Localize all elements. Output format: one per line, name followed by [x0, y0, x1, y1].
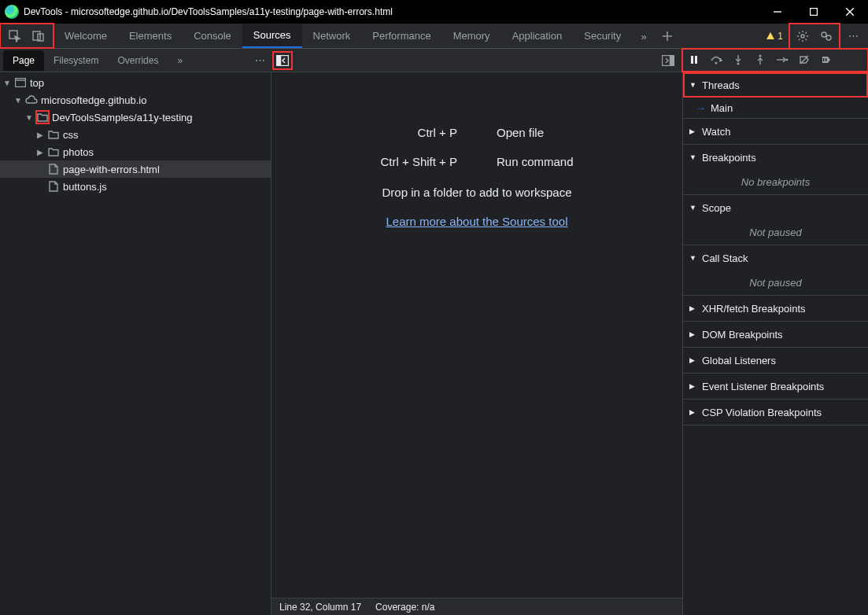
feedback-icon[interactable] — [816, 26, 837, 46]
tree-folder-css[interactable]: ▶ css — [0, 126, 271, 143]
svg-rect-26 — [823, 58, 825, 61]
svg-rect-1 — [811, 9, 818, 16]
editor-statusbar: Line 32, Column 17 Coverage: n/a — [271, 598, 682, 615]
debugger-panel: ▼Threads →Main ▶Watch ▼Breakpoints No br… — [682, 72, 868, 615]
section-callstack[interactable]: ▼Call Stack — [683, 245, 868, 271]
step-out-icon[interactable] — [753, 53, 767, 67]
folder-icon — [47, 128, 60, 141]
svg-point-9 — [801, 35, 804, 38]
toggle-debugger-button[interactable] — [659, 52, 678, 69]
tree-folder-a11y-label: DevToolsSamples/a11y-testing — [52, 112, 192, 123]
tab-elements[interactable]: Elements — [118, 24, 183, 48]
subtab-filesystem[interactable]: Filesystem — [44, 50, 108, 71]
pause-icon[interactable] — [687, 53, 701, 67]
svg-rect-5 — [33, 31, 40, 40]
tree-top[interactable]: ▼ top — [0, 74, 271, 91]
callstack-not-paused: Not paused — [683, 271, 868, 295]
section-dom-breakpoints[interactable]: ▶DOM Breakpoints — [683, 322, 868, 347]
tab-console[interactable]: Console — [183, 24, 242, 48]
svg-point-11 — [826, 35, 831, 40]
svg-rect-16 — [691, 56, 693, 64]
navigator-panel: ▼ top ▼ microsoftedge.github.io ▼ DevToo… — [0, 72, 271, 615]
minimize-button[interactable] — [759, 0, 796, 24]
add-tab-icon[interactable] — [657, 26, 678, 46]
pause-on-exceptions-icon[interactable] — [819, 53, 833, 67]
step-icon[interactable] — [775, 53, 789, 67]
section-global-listeners[interactable]: ▶Global Listeners — [683, 348, 868, 373]
section-csp-label: CSP Violation Breakpoints — [702, 407, 822, 418]
step-over-icon[interactable] — [709, 53, 723, 67]
more-options-icon[interactable]: ⋯ — [843, 26, 863, 46]
subtab-page[interactable]: Page — [3, 50, 44, 71]
tab-security[interactable]: Security — [573, 24, 632, 48]
scope-not-paused: Not paused — [683, 220, 868, 245]
section-dom-label: DOM Breakpoints — [702, 329, 783, 341]
svg-rect-17 — [695, 56, 697, 64]
tab-network[interactable]: Network — [302, 24, 362, 48]
window-title: DevTools - microsoftedge.github.io/DevTo… — [24, 6, 759, 17]
tree-folder-photos[interactable]: ▶ photos — [0, 143, 271, 160]
svg-point-18 — [715, 62, 718, 64]
tab-welcome[interactable]: Welcome — [54, 24, 118, 48]
cloud-icon — [25, 94, 38, 106]
shortcut-run-command-keys: Ctrl + Shift + P — [380, 155, 457, 168]
window-icon — [14, 76, 27, 89]
warning-count: 1 — [778, 31, 783, 42]
deactivate-breakpoints-icon[interactable] — [797, 53, 811, 67]
subbar-more-icon[interactable]: ⋯ — [255, 54, 265, 66]
section-xhr-label: XHR/fetch Breakpoints — [702, 303, 806, 315]
file-icon — [47, 180, 60, 193]
svg-rect-13 — [277, 55, 281, 65]
close-window-button[interactable] — [832, 0, 868, 24]
tab-sources[interactable]: Sources — [242, 24, 302, 48]
section-scope-label: Scope — [702, 202, 731, 214]
thread-main[interactable]: →Main — [683, 98, 868, 118]
main-area: ▼ top ▼ microsoftedge.github.io ▼ DevToo… — [0, 72, 868, 615]
tree-folder-photos-label: photos — [63, 146, 94, 158]
shortcut-run-command-label: Run command — [497, 155, 574, 168]
tree-file2-label: buttons.js — [63, 181, 107, 193]
tree-folder-css-label: css — [63, 129, 79, 141]
section-watch[interactable]: ▶Watch — [683, 119, 868, 144]
device-toolbar-icon[interactable] — [28, 26, 49, 46]
thread-main-label: Main — [711, 102, 733, 114]
section-scope[interactable]: ▼Scope — [683, 195, 868, 220]
tree-file-buttons-js[interactable]: buttons.js — [0, 178, 271, 195]
main-toolbar: Welcome Elements Console Sources Network… — [0, 24, 868, 49]
no-breakpoints-text: No breakpoints — [683, 170, 868, 194]
learn-more-link[interactable]: Learn more about the Sources tool — [386, 215, 568, 228]
svg-point-24 — [786, 59, 789, 61]
tree-top-label: top — [30, 77, 44, 89]
warning-icon — [766, 32, 774, 39]
more-subtabs-icon[interactable]: » — [168, 50, 192, 71]
more-tabs-icon[interactable]: » — [633, 26, 654, 46]
settings-gear-icon[interactable] — [792, 26, 813, 46]
warning-badge[interactable]: 1 — [762, 29, 788, 43]
step-into-icon[interactable] — [731, 53, 745, 67]
tab-performance[interactable]: Performance — [361, 24, 441, 48]
file-icon — [47, 163, 60, 175]
section-breakpoints[interactable]: ▼Breakpoints — [683, 145, 868, 170]
section-csp-breakpoints[interactable]: ▶CSP Violation Breakpoints — [683, 400, 868, 425]
section-xhr-breakpoints[interactable]: ▶XHR/fetch Breakpoints — [683, 296, 868, 321]
edge-icon — [5, 5, 19, 19]
subtab-overrides[interactable]: Overrides — [108, 50, 168, 71]
tree-folder-a11y[interactable]: ▼ DevToolsSamples/a11y-testing — [0, 109, 271, 126]
arrow-right-icon: → — [696, 102, 706, 114]
svg-rect-28 — [16, 79, 26, 87]
tree-file1-label: page-with-errors.html — [63, 164, 160, 175]
tab-application[interactable]: Application — [501, 24, 574, 48]
svg-point-22 — [759, 55, 762, 57]
tree-domain[interactable]: ▼ microsoftedge.github.io — [0, 91, 271, 109]
section-threads-label: Threads — [702, 79, 740, 91]
tree-file-page-with-errors[interactable]: page-with-errors.html — [0, 160, 271, 178]
inspect-icon[interactable] — [5, 26, 25, 46]
tab-memory[interactable]: Memory — [442, 24, 501, 48]
shortcut-open-file-label: Open file — [497, 126, 574, 139]
section-callstack-label: Call Stack — [702, 252, 748, 264]
toggle-navigator-button[interactable] — [273, 52, 292, 69]
maximize-button[interactable] — [796, 0, 832, 24]
section-global-label: Global Listeners — [702, 355, 776, 366]
section-threads[interactable]: ▼Threads — [683, 72, 868, 98]
section-event-listener-breakpoints[interactable]: ▶Event Listener Breakpoints — [683, 374, 868, 399]
